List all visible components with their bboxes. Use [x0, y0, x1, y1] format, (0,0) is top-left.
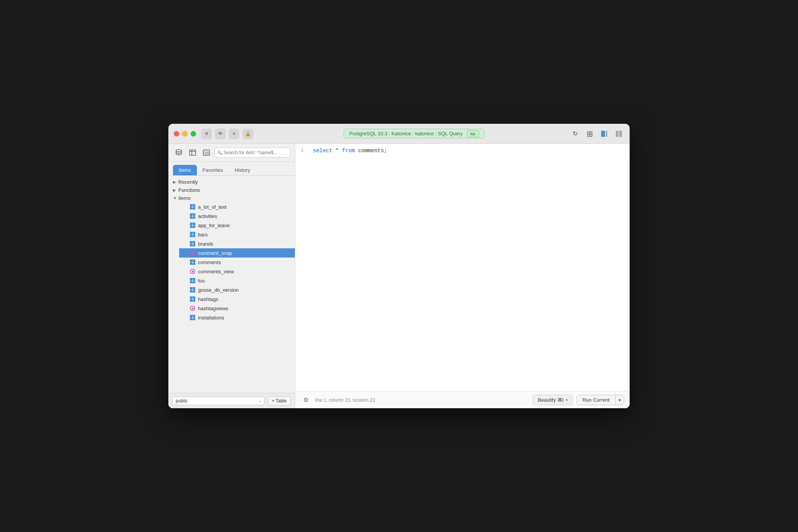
titlebar-controls: ✕ 👁 ≡ 🔒: [201, 129, 253, 139]
tree-functions[interactable]: ▶ Functions: [168, 186, 295, 194]
table-icon: [189, 314, 196, 321]
layout1-icon[interactable]: [599, 128, 610, 139]
svg-text:SQL: SQL: [204, 151, 210, 155]
sidebar: SQL 🔍 Items Favorites History ▶ Re: [168, 144, 295, 408]
editor-statusbar: ⚙ line 1, column 23, location 23 Beautif…: [295, 391, 630, 408]
code-text: select * from comments;: [313, 148, 387, 154]
list-item[interactable]: comments_view: [179, 267, 295, 276]
table-icon: [189, 203, 196, 210]
titlebar-right: ↻ ⊞: [570, 128, 624, 139]
main-content: SQL 🔍 Items Favorites History ▶ Re: [168, 144, 630, 408]
view-icon: [189, 249, 196, 256]
svg-rect-0: [601, 131, 605, 137]
tree-items-children: a_lot_of_text activities: [168, 202, 295, 322]
eye-icon[interactable]: 👁: [215, 129, 225, 139]
list-item[interactable]: bars: [179, 230, 295, 239]
schema-select-wrapper: public ⌄: [172, 397, 264, 405]
chevron-down-icon: ▾: [566, 398, 568, 402]
gear-icon[interactable]: ⚙: [301, 395, 311, 406]
svg-rect-1: [606, 131, 607, 137]
traffic-lights: [174, 131, 196, 136]
close-icon[interactable]: ✕: [201, 129, 211, 139]
sidebar-content: ▶ Recently ▶ Functions ▼ Items: [168, 176, 295, 393]
run-dropdown-button[interactable]: ▾: [615, 395, 624, 405]
svg-point-4: [176, 150, 181, 152]
lock-icon[interactable]: 🔒: [243, 129, 253, 139]
list-item[interactable]: brands: [179, 239, 295, 248]
table-icon: [189, 286, 196, 293]
maximize-button[interactable]: [191, 131, 196, 136]
sql-icon[interactable]: SQL: [201, 147, 212, 158]
list-item[interactable]: comment_snap: [179, 248, 295, 258]
close-button[interactable]: [174, 131, 179, 136]
sidebar-tabs: Items Favorites History: [168, 162, 295, 176]
table-icon: [189, 231, 196, 238]
status-text: line 1, column 23, location 23: [315, 397, 529, 403]
connection-label: PostgreSQL 10.3 : Katonice : katonice : …: [349, 131, 463, 136]
table-icon: [189, 213, 196, 219]
search-input[interactable]: [214, 148, 290, 158]
list-item[interactable]: hashtags: [179, 294, 295, 304]
sidebar-footer: public ⌄ + Table: [168, 393, 295, 408]
tab-history[interactable]: History: [229, 165, 256, 175]
table-icon: [189, 296, 196, 303]
grid-icon[interactable]: ⊞: [584, 128, 595, 139]
layout2-icon[interactable]: [613, 128, 624, 139]
table-icon: [189, 259, 196, 266]
connection-badge: PostgreSQL 10.3 : Katonice : katonice : …: [344, 129, 485, 138]
add-table-button[interactable]: + Table: [268, 396, 291, 406]
svg-rect-2: [616, 131, 618, 137]
run-button-group: Run Current ▾ Run All ⇧⌘↩ Run Current ⌘↩: [577, 395, 624, 405]
db-icon[interactable]: [173, 147, 185, 158]
app-window: ✕ 👁 ≡ 🔒 PostgreSQL 10.3 : Katonice : kat…: [168, 124, 630, 408]
list-item[interactable]: installations: [179, 313, 295, 322]
tab-favorites[interactable]: Favorites: [197, 165, 229, 175]
table-icon[interactable]: [187, 147, 198, 158]
editor-content[interactable]: 1 select * from comments;: [295, 144, 630, 391]
view-icon: [189, 305, 196, 312]
titlebar-center: PostgreSQL 10.3 : Katonice : katonice : …: [258, 129, 570, 138]
svg-rect-3: [619, 131, 622, 137]
svg-rect-5: [190, 150, 196, 155]
tree-recently[interactable]: ▶ Recently: [168, 178, 295, 186]
beautify-button[interactable]: Beautify ⌘I ▾: [533, 395, 573, 405]
schema-select[interactable]: public: [172, 397, 264, 405]
editor-area: 1 select * from comments; ⚙ line 1, colu…: [295, 144, 630, 408]
tab-items[interactable]: Items: [173, 165, 197, 175]
view-icon: [189, 268, 196, 275]
list-item[interactable]: a_lot_of_text: [179, 202, 295, 211]
table-icon: [189, 222, 196, 229]
run-current-button[interactable]: Run Current: [577, 395, 615, 405]
list-item[interactable]: app_for_leave: [179, 221, 295, 230]
chevron-right-icon: ▶: [173, 180, 178, 184]
loc-badge: loc: [467, 130, 479, 137]
refresh-icon[interactable]: ↻: [570, 128, 580, 139]
table-icon: [189, 240, 196, 247]
tree-items[interactable]: ▼ Items: [168, 194, 295, 202]
search-wrapper: 🔍: [214, 148, 290, 158]
list-item[interactable]: goose_db_version: [179, 285, 295, 294]
list-item[interactable]: comments: [179, 258, 295, 267]
minimize-button[interactable]: [182, 131, 188, 136]
list-item[interactable]: hashtagviews: [179, 304, 295, 313]
titlebar: ✕ 👁 ≡ 🔒 PostgreSQL 10.3 : Katonice : kat…: [168, 124, 630, 144]
list-item[interactable]: activities: [179, 211, 295, 221]
chevron-right-icon: ▶: [173, 188, 178, 192]
list-icon[interactable]: ≡: [229, 129, 239, 139]
line-number: 1: [301, 148, 308, 153]
sidebar-toolbar: SQL 🔍: [168, 144, 295, 162]
list-item[interactable]: foo: [179, 276, 295, 285]
code-line: 1 select * from comments;: [295, 148, 630, 154]
chevron-down-icon: ▼: [173, 196, 178, 200]
beautify-label: Beautify ⌘I: [538, 397, 564, 403]
table-icon: [189, 277, 196, 284]
